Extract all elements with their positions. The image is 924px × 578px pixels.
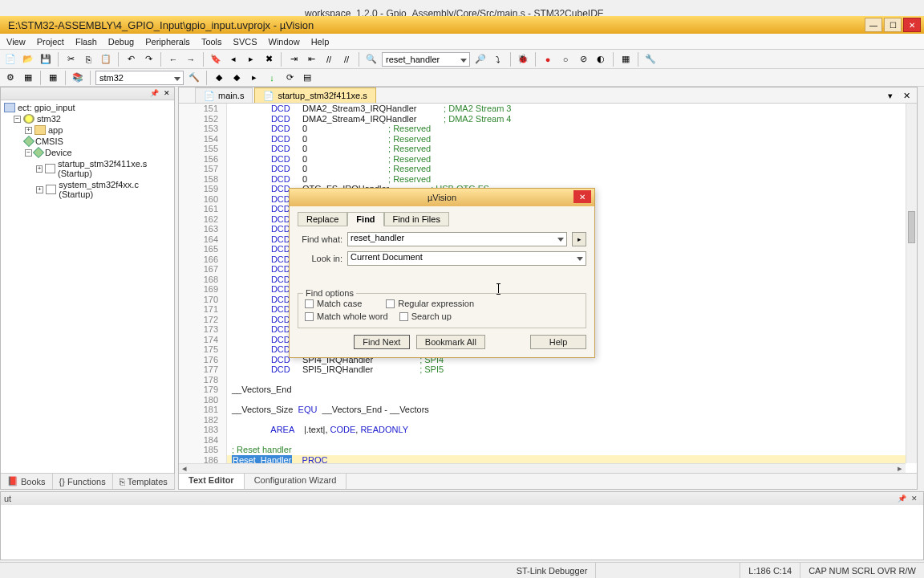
copy-icon[interactable]: ⎘ — [81, 52, 95, 67]
opt-wholeword[interactable]: Match whole word — [305, 311, 388, 321]
tab-dropdown-icon[interactable]: ▾ — [883, 88, 898, 103]
download-icon[interactable]: ↓ — [265, 71, 279, 85]
sidebar-pin-icon[interactable]: 📌 — [148, 88, 160, 99]
find-next-icon[interactable]: ⤵ — [491, 52, 505, 67]
lookin-label: Look in: — [298, 254, 342, 263]
find-close-button[interactable]: ✕ — [573, 190, 591, 203]
bookmarkall-button[interactable]: Bookmark All — [416, 335, 485, 349]
expand-icon[interactable]: + — [25, 127, 32, 134]
load-icon[interactable]: ▤ — [300, 71, 314, 85]
component-icon — [23, 136, 34, 147]
find-files-icon[interactable]: 🔎 — [473, 52, 488, 67]
comment-icon[interactable]: // — [322, 52, 336, 67]
tree-device[interactable]: −Device — [4, 147, 171, 158]
breakpoint-icon[interactable]: ● — [541, 52, 555, 67]
bookmark-next-icon[interactable]: ▸ — [244, 52, 258, 67]
menu-flash[interactable]: Flash — [75, 37, 97, 47]
breakpoint-kill-icon[interactable]: ⊘ — [576, 52, 590, 67]
menu-svcs[interactable]: SVCS — [233, 37, 257, 47]
bookmark-icon[interactable]: 🔖 — [209, 52, 223, 67]
tab-books[interactable]: 📕Books — [1, 474, 53, 489]
maximize-button[interactable]: ☐ — [884, 18, 902, 32]
tab-startup[interactable]: 📄startup_stm32f411xe.s — [254, 88, 375, 103]
findwhat-input[interactable]: reset_handler — [347, 232, 567, 246]
cut-icon[interactable]: ✂ — [63, 52, 78, 67]
opt-matchcase[interactable]: Match case — [305, 299, 362, 308]
tab-templates[interactable]: ⎘Templates — [113, 474, 175, 489]
status-bar: ST-Link Debugger L:186 C:14 CAP NUM SCRL… — [0, 562, 924, 578]
uncomment-icon[interactable]: // — [339, 52, 354, 67]
nav-fwd-icon[interactable]: → — [184, 52, 198, 67]
menu-debug[interactable]: Debug — [108, 37, 134, 47]
findnext-button[interactable]: Find Next — [354, 335, 410, 349]
find-icon[interactable]: 🔍 — [364, 52, 379, 67]
menu-window[interactable]: Window — [269, 37, 300, 47]
menu-help[interactable]: Help — [311, 37, 330, 47]
window-icon[interactable]: ▦ — [618, 52, 633, 67]
tab-config-wizard[interactable]: Configuration Wizard — [245, 474, 347, 489]
tab-find[interactable]: Find — [347, 212, 383, 226]
open-icon[interactable]: 📂 — [21, 52, 35, 67]
scroll-thumb[interactable] — [908, 211, 915, 243]
tree-app[interactable]: +app — [4, 124, 171, 136]
target-combo[interactable]: stm32 — [95, 71, 184, 85]
expand-icon[interactable]: + — [36, 165, 43, 173]
minimize-button[interactable]: — — [865, 18, 882, 32]
outdent-icon[interactable]: ⇤ — [304, 52, 318, 67]
batch-icon[interactable]: 📚 — [71, 71, 85, 85]
debug-icon[interactable]: 🐞 — [516, 52, 530, 67]
manage-icon[interactable]: ◆ — [212, 71, 226, 85]
redo-icon[interactable]: ↷ — [141, 52, 156, 67]
rebuild-icon[interactable]: ▦ — [46, 71, 60, 85]
config-icon[interactable]: 🔧 — [643, 52, 658, 67]
title-bar: E:\STM32-ASSEMBLY\4_GPIO_Input\gpio_inpu… — [0, 16, 924, 34]
collapse-icon[interactable]: − — [14, 116, 21, 123]
pack-installer-icon[interactable]: ▸ — [247, 71, 261, 85]
breakpoint-enable-icon[interactable]: ◐ — [594, 52, 608, 67]
tree-system[interactable]: +system_stm32f4xx.c (Startup) — [4, 179, 171, 200]
tab-close-icon[interactable]: ✕ — [899, 88, 914, 103]
bookmark-clear-icon[interactable]: ✖ — [261, 52, 276, 67]
opt-regex[interactable]: Regular expression — [386, 299, 474, 308]
menu-view[interactable]: View — [6, 37, 26, 47]
opt-searchup[interactable]: Search up — [399, 311, 452, 321]
tree-startup[interactable]: +startup_stm32f411xe.s (Startup) — [4, 158, 171, 179]
collapse-icon[interactable]: − — [25, 149, 32, 157]
tab-replace[interactable]: Replace — [298, 212, 347, 226]
tab-text-editor[interactable]: Text Editor — [179, 474, 245, 489]
paste-icon[interactable]: 📋 — [99, 52, 113, 67]
findwhat-history-button[interactable]: ▸ — [572, 232, 586, 246]
menu-peripherals[interactable]: Peripherals — [145, 37, 190, 47]
build-icon[interactable]: ▦ — [21, 71, 35, 85]
undo-icon[interactable]: ↶ — [124, 52, 138, 67]
lookin-select[interactable]: Current Document — [347, 251, 586, 266]
manage-rte-icon[interactable]: ◆ — [229, 71, 244, 85]
new-icon[interactable]: 📄 — [3, 52, 18, 67]
menu-project[interactable]: Project — [37, 37, 64, 47]
save-icon[interactable]: 💾 — [38, 52, 53, 67]
nav-back-icon[interactable]: ← — [166, 52, 180, 67]
breakpoint-disable-icon[interactable]: ○ — [558, 52, 573, 67]
erase-icon[interactable]: ⟳ — [282, 71, 297, 85]
tab-main[interactable]: 📄main.s — [195, 88, 253, 103]
find-title-bar[interactable]: µVision ✕ — [290, 189, 594, 206]
output-close-icon[interactable]: ✕ — [909, 493, 920, 504]
close-button[interactable]: ✕ — [903, 18, 921, 32]
horizontal-scrollbar[interactable]: ◂▸ — [179, 463, 906, 473]
tab-findinfiles[interactable]: Find in Files — [384, 212, 449, 226]
translate-icon[interactable]: ⚙ — [3, 71, 18, 85]
output-pin-icon[interactable]: 📌 — [896, 493, 907, 504]
sidebar-close-icon[interactable]: ✕ — [161, 88, 172, 99]
options-icon[interactable]: 🔨 — [187, 71, 201, 85]
vertical-scrollbar[interactable] — [906, 104, 917, 463]
indent-icon[interactable]: ⇥ — [286, 52, 301, 67]
tree-target[interactable]: −stm32 — [4, 113, 171, 124]
menu-tools[interactable]: Tools — [201, 37, 222, 47]
tree-cmsis[interactable]: CMSIS — [4, 136, 171, 147]
find-combo[interactable]: reset_handler — [382, 52, 470, 67]
help-button[interactable]: Help — [530, 335, 586, 349]
bookmark-prev-icon[interactable]: ◂ — [226, 52, 241, 67]
tab-functions[interactable]: {}Functions — [53, 474, 113, 489]
expand-icon[interactable]: + — [36, 186, 43, 193]
tree-project[interactable]: ect: gpio_input — [4, 102, 171, 113]
